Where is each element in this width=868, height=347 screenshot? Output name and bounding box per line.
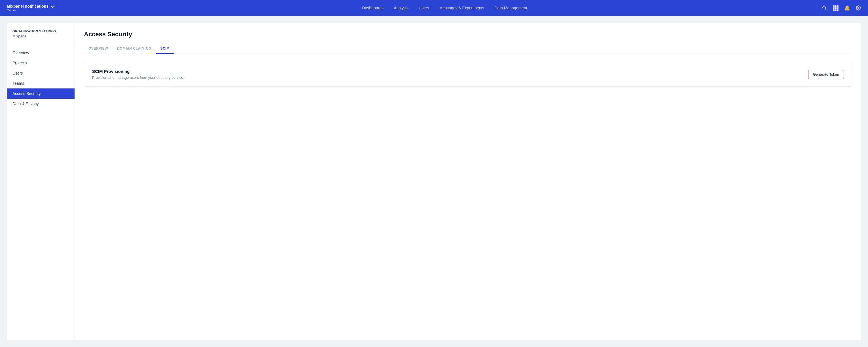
brand-role: Owner xyxy=(7,8,54,12)
content-area: Access Security OVERVIEW DOMAIN CLAIMING… xyxy=(75,23,861,340)
generate-token-button[interactable]: Generate Token xyxy=(808,70,844,79)
nav-messages[interactable]: Messages & Experiments xyxy=(439,6,485,10)
sidebar-org-name: Mixpanel xyxy=(7,34,74,43)
settings-icon[interactable] xyxy=(856,5,861,11)
nav-actions: 🔔 xyxy=(822,5,861,11)
svg-point-2 xyxy=(858,7,859,9)
scim-card-description: Provision and manage users from your dir… xyxy=(92,75,184,80)
sidebar-item-users[interactable]: Users xyxy=(7,68,74,78)
sidebar-item-projects[interactable]: Projects xyxy=(7,58,74,68)
nav-users[interactable]: Users xyxy=(419,6,429,10)
sidebar-item-overview[interactable]: Overview xyxy=(7,48,74,58)
scim-card-title: SCIM Provisioning xyxy=(92,69,184,74)
grid-icon[interactable] xyxy=(833,5,839,11)
tab-scim[interactable]: SCIM xyxy=(156,44,174,54)
main-layout: ORGANIZATION SETTINGS Mixpanel Overview … xyxy=(0,16,868,347)
tab-overview[interactable]: OVERVIEW xyxy=(84,44,113,54)
nav-analysis[interactable]: Analysis xyxy=(394,6,408,10)
nav-dashboards[interactable]: Dashboards xyxy=(362,6,383,10)
sidebar: ORGANIZATION SETTINGS Mixpanel Overview … xyxy=(7,23,75,340)
brand-name: Mixpanel notifications xyxy=(7,4,54,8)
notifications-icon[interactable]: 🔔 xyxy=(844,5,850,11)
sidebar-divider xyxy=(7,45,74,45)
scim-card-content: SCIM Provisioning Provision and manage u… xyxy=(92,69,184,80)
scim-card: SCIM Provisioning Provision and manage u… xyxy=(84,62,852,87)
sidebar-item-teams[interactable]: Teams xyxy=(7,78,74,89)
search-icon[interactable] xyxy=(822,5,827,11)
brand-button[interactable]: Mixpanel notifications Owner xyxy=(7,4,54,12)
nav-links: Dashboards Analysis Users Messages & Exp… xyxy=(68,6,822,10)
chevron-down-icon xyxy=(51,4,55,8)
sidebar-item-data-privacy[interactable]: Data & Privacy xyxy=(7,99,74,109)
sidebar-section-label: ORGANIZATION SETTINGS xyxy=(7,30,74,34)
svg-point-0 xyxy=(823,6,826,9)
nav-data-management[interactable]: Data Management xyxy=(494,6,527,10)
tab-domain-claiming[interactable]: DOMAIN CLAIMING xyxy=(113,44,156,54)
sidebar-item-access-security[interactable]: Access Security xyxy=(7,89,74,99)
top-navigation: Mixpanel notifications Owner Dashboards … xyxy=(0,0,868,16)
svg-line-1 xyxy=(825,9,826,10)
tabs: OVERVIEW DOMAIN CLAIMING SCIM xyxy=(84,44,852,54)
page-title: Access Security xyxy=(84,31,852,38)
